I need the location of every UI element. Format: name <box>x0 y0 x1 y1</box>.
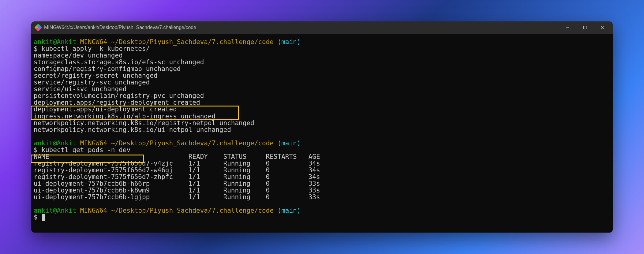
prompt-line: ankit@Ankit MINGW64 ~/Desktop/Piyush_Sac… <box>34 39 610 45</box>
close-icon <box>601 26 605 29</box>
output-line: secret/registry-secret unchanged <box>34 72 610 79</box>
command-text: kubectl apply -k kubernetes/ <box>41 45 150 52</box>
command-line: $ <box>34 214 610 221</box>
command-line: $ kubectl get pods -n dev <box>34 147 610 153</box>
output-line: registry-deployment-7575f656d7-v4zjc 1/1… <box>34 160 610 167</box>
close-button[interactable] <box>594 21 612 34</box>
window-controls <box>558 21 612 34</box>
maximize-icon <box>583 26 587 29</box>
output-line: deployment.apps/registry-deployment crea… <box>34 99 610 106</box>
prompt-dollar: $ <box>34 214 41 221</box>
prompt-dollar: $ <box>34 45 41 52</box>
command-text: kubectl get pods -n dev <box>41 146 130 154</box>
prompt-shell: MINGW64 <box>80 140 107 147</box>
output-line: registry-deployment-7575f656d7-w46gj 1/1… <box>34 167 610 174</box>
terminal-app-icon <box>34 24 42 31</box>
prompt-branch: (main) <box>278 140 301 147</box>
output-line: networkpolicy.networking.k8s.io/ui-netpo… <box>34 126 610 133</box>
prompt-user: ankit@Ankit <box>34 207 76 214</box>
command-line: $ kubectl apply -k kubernetes/ <box>34 45 610 52</box>
output-line: registry-deployment-7575f656d7-zhpfc 1/1… <box>34 174 610 180</box>
prompt-path: ~/Desktop/Piyush_Sachdeva/7.challenge/co… <box>111 38 274 46</box>
titlebar[interactable]: MINGW64:/c/Users/ankit/Desktop/Piyush_Sa… <box>31 21 613 34</box>
prompt-branch: (main) <box>278 38 301 46</box>
output-line: ui-deployment-757b7ccb6b-k8wm9 1/1 Runni… <box>34 187 610 194</box>
output-line: persistentvolumeclaim/registry-pvc uncha… <box>34 92 610 99</box>
output-line: service/ui-svc unchanged <box>34 86 610 92</box>
prompt-shell: MINGW64 <box>80 207 107 214</box>
maximize-button[interactable] <box>576 21 594 34</box>
output-line: NAME READY STATUS RESTARTS AGE <box>34 153 610 160</box>
output-line: networkpolicy.networking.k8s.io/registry… <box>34 120 610 126</box>
prompt-branch: (main) <box>278 207 301 214</box>
minimize-button[interactable] <box>558 21 576 34</box>
prompt-path: ~/Desktop/Piyush_Sachdeva/7.challenge/co… <box>111 207 274 214</box>
terminal-window: MINGW64:/c/Users/ankit/Desktop/Piyush_Sa… <box>31 21 613 233</box>
prompt-dollar: $ <box>34 146 41 154</box>
prompt-user: ankit@Ankit <box>34 38 76 46</box>
output-line: ingress.networking.k8s.io/alb-ingress un… <box>34 113 610 120</box>
output-line: deployment.apps/ui-deployment created <box>34 106 610 113</box>
blank-line <box>34 200 610 207</box>
prompt-line: ankit@Ankit MINGW64 ~/Desktop/Piyush_Sac… <box>34 207 610 214</box>
output-line: ui-deployment-757b7ccb6b-lgjpp 1/1 Runni… <box>34 194 610 200</box>
minimize-icon <box>565 26 569 29</box>
output-line: ui-deployment-757b7ccb6b-h66rp 1/1 Runni… <box>34 180 610 187</box>
window-title: MINGW64:/c/Users/ankit/Desktop/Piyush_Sa… <box>44 25 558 30</box>
prompt-user: ankit@Ankit <box>34 140 76 147</box>
prompt-line: ankit@Ankit MINGW64 ~/Desktop/Piyush_Sac… <box>34 140 610 147</box>
svg-rect-1 <box>584 26 586 29</box>
terminal-body[interactable]: ankit@Ankit MINGW64 ~/Desktop/Piyush_Sac… <box>31 34 613 233</box>
cursor <box>42 214 45 221</box>
blank-line <box>34 133 610 140</box>
output-line: storageclass.storage.k8s.io/efs-sc uncha… <box>34 59 610 65</box>
prompt-path: ~/Desktop/Piyush_Sachdeva/7.challenge/co… <box>111 140 274 147</box>
output-line: namespace/dev unchanged <box>34 52 610 59</box>
prompt-shell: MINGW64 <box>80 38 107 46</box>
output-line: service/registry-svc unchanged <box>34 79 610 86</box>
output-line: configmap/registry-configmap unchanged <box>34 65 610 72</box>
